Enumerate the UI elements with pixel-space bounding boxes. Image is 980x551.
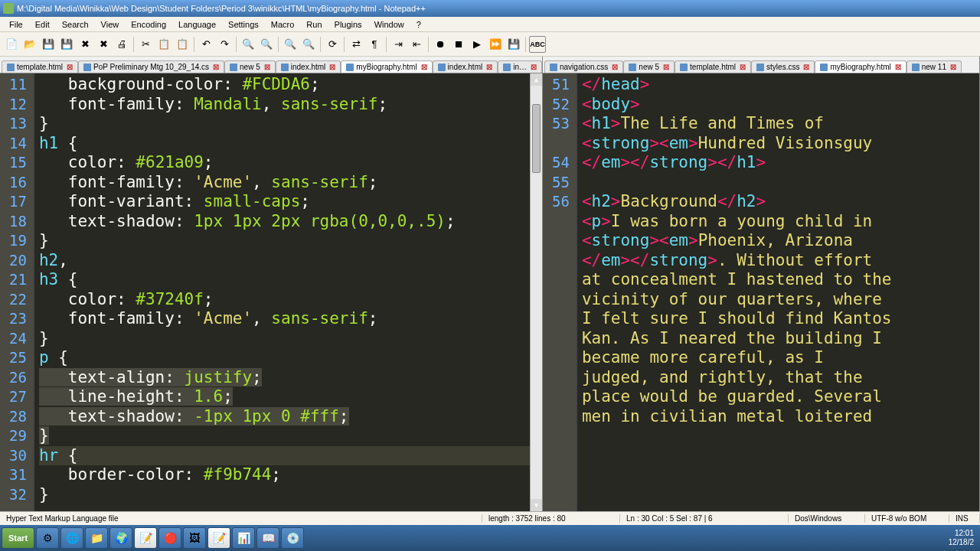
sync-icon[interactable]: ⟳: [324, 36, 341, 53]
tray-date: 12/18/2: [949, 538, 974, 547]
record-icon[interactable]: ⏺: [432, 36, 449, 53]
menu-language[interactable]: Language: [172, 18, 222, 31]
start-button[interactable]: Start: [2, 527, 34, 549]
tab[interactable]: navigation.css⊠: [544, 60, 623, 73]
menu-settings[interactable]: Settings: [222, 18, 265, 31]
task-app-11[interactable]: 💿: [281, 527, 304, 549]
tab[interactable]: new 11⊠: [906, 60, 962, 73]
statusbar: Hyper Text Markup Language file length :…: [0, 511, 980, 525]
status-filetype: Hyper Text Markup Language file: [0, 514, 482, 523]
left-scrollbar[interactable]: ▲ ▼: [530, 73, 542, 511]
tab[interactable]: index.html⊠: [276, 60, 341, 73]
menu-plugins[interactable]: Plugins: [328, 18, 368, 31]
tab[interactable]: myBiography.html⊠: [341, 60, 432, 73]
zoom-out-icon[interactable]: 🔍: [300, 36, 317, 53]
menubar: FileEditSearchViewEncodingLanguageSettin…: [0, 17, 980, 32]
zoom-in-icon[interactable]: 🔍: [282, 36, 299, 53]
print-icon[interactable]: 🖨: [113, 36, 130, 53]
right-tabs: navigation.css⊠new 5⊠template.html⊠style…: [543, 57, 979, 73]
status-encoding: UTF-8 w/o BOM: [865, 514, 949, 523]
status-position: Ln : 30 Col : 5 Sel : 87 | 6: [620, 514, 789, 523]
left-tabs: template.html⊠PoP Preliminary Mtg 10_29_…: [0, 57, 542, 73]
undo-icon[interactable]: ↶: [198, 36, 214, 53]
play-icon[interactable]: ▶: [469, 36, 485, 53]
titlebar: M:\Digital Media\Winikka\Web Design\Stud…: [0, 0, 980, 17]
start-label: Start: [8, 533, 28, 543]
replace-icon[interactable]: 🔍: [258, 36, 275, 53]
redo-icon[interactable]: ↷: [216, 36, 233, 53]
task-app-7[interactable]: 🖼: [183, 527, 206, 549]
toolbar: 📄 📂 💾 💾 ✖ ✖ 🖨 ✂ 📋 📋 ↶ ↷ 🔍 🔍 🔍 🔍 ⟳ ⇄ ¶ ⇥ …: [0, 32, 980, 57]
task-app-2[interactable]: 🌐: [60, 527, 83, 549]
task-app-1[interactable]: ⚙: [36, 527, 59, 549]
save-macro-icon[interactable]: 💾: [505, 36, 522, 53]
close-all-icon[interactable]: ✖: [95, 36, 112, 53]
save-all-icon[interactable]: 💾: [58, 36, 75, 53]
app-icon: [3, 3, 14, 14]
close-icon[interactable]: ✖: [77, 36, 93, 53]
play-multi-icon[interactable]: ⏩: [487, 36, 504, 53]
cut-icon[interactable]: ✂: [137, 36, 154, 53]
menu-run[interactable]: Run: [300, 18, 328, 31]
system-tray[interactable]: 12:01 12/18/2: [944, 529, 978, 547]
tab[interactable]: PoP Preliminary Mtg 10_29_14.cs⊠: [78, 60, 224, 73]
left-pane: template.html⊠PoP Preliminary Mtg 10_29_…: [0, 57, 543, 511]
menu-edit[interactable]: Edit: [29, 18, 56, 31]
left-code[interactable]: background-color: #FCDDA6; font-family: …: [33, 73, 542, 511]
paste-icon[interactable]: 📋: [174, 36, 191, 53]
hidden-chars-icon[interactable]: ¶: [366, 36, 383, 53]
open-file-icon[interactable]: 📂: [21, 36, 38, 53]
status-length: length : 3752 lines : 80: [482, 514, 620, 523]
indent-icon[interactable]: ⇥: [390, 36, 407, 53]
right-pane: navigation.css⊠new 5⊠template.html⊠style…: [543, 57, 980, 511]
new-file-icon[interactable]: 📄: [3, 36, 20, 53]
task-app-4[interactable]: 🌍: [109, 527, 132, 549]
tab[interactable]: in…⊠: [498, 60, 542, 73]
task-app-5[interactable]: 📝: [134, 527, 157, 549]
scroll-thumb[interactable]: [532, 104, 541, 173]
menu-?[interactable]: ?: [410, 18, 427, 31]
tab[interactable]: new 5⊠: [224, 60, 276, 73]
menu-window[interactable]: Window: [368, 18, 410, 31]
left-gutter: 1112131415161718192021222324252627282930…: [0, 73, 33, 511]
right-editor[interactable]: 515253545556 </head><body><h1>The Life a…: [543, 73, 979, 511]
spellcheck-icon[interactable]: ABC: [529, 36, 546, 53]
status-insert: INS: [949, 514, 980, 523]
tab[interactable]: index.html⊠: [433, 60, 498, 73]
menu-view[interactable]: View: [95, 18, 126, 31]
task-app-3[interactable]: 📁: [85, 527, 108, 549]
wrap-icon[interactable]: ⇄: [348, 36, 364, 53]
task-app-8[interactable]: 📝: [207, 527, 230, 549]
outdent-icon[interactable]: ⇤: [408, 36, 425, 53]
task-app-9[interactable]: 📊: [232, 527, 255, 549]
right-code[interactable]: </head><body><h1>The Life and Times of <…: [576, 73, 979, 511]
tab[interactable]: template.html⊠: [2, 60, 78, 73]
tab[interactable]: myBiography.html⊠: [815, 60, 906, 73]
task-app-6[interactable]: 🔴: [158, 527, 181, 549]
menu-file[interactable]: File: [3, 18, 29, 31]
tab[interactable]: template.html⊠: [675, 60, 751, 73]
task-app-10[interactable]: 📖: [256, 527, 279, 549]
right-gutter: 515253545556: [543, 73, 576, 511]
stop-icon[interactable]: ⏹: [450, 36, 467, 53]
menu-macro[interactable]: Macro: [265, 18, 301, 31]
left-editor[interactable]: 1112131415161718192021222324252627282930…: [0, 73, 542, 511]
save-icon[interactable]: 💾: [40, 36, 57, 53]
tab[interactable]: new 5⊠: [623, 60, 675, 73]
split-view: template.html⊠PoP Preliminary Mtg 10_29_…: [0, 57, 980, 511]
copy-icon[interactable]: 📋: [155, 36, 172, 53]
taskbar: Start ⚙ 🌐 📁 🌍 📝 🔴 🖼 📝 📊 📖 💿 12:01 12/18/…: [0, 525, 980, 551]
find-icon[interactable]: 🔍: [240, 36, 256, 53]
scroll-down-icon[interactable]: ▼: [531, 499, 542, 511]
title-text: M:\Digital Media\Winikka\Web Design\Stud…: [17, 4, 426, 13]
scroll-up-icon[interactable]: ▲: [531, 73, 542, 86]
status-eol: Dos\Windows: [789, 514, 865, 523]
tray-time: 12:01: [949, 529, 974, 538]
menu-encoding[interactable]: Encoding: [125, 18, 172, 31]
tab[interactable]: styles.css⊠: [751, 60, 815, 73]
menu-search[interactable]: Search: [56, 18, 95, 31]
